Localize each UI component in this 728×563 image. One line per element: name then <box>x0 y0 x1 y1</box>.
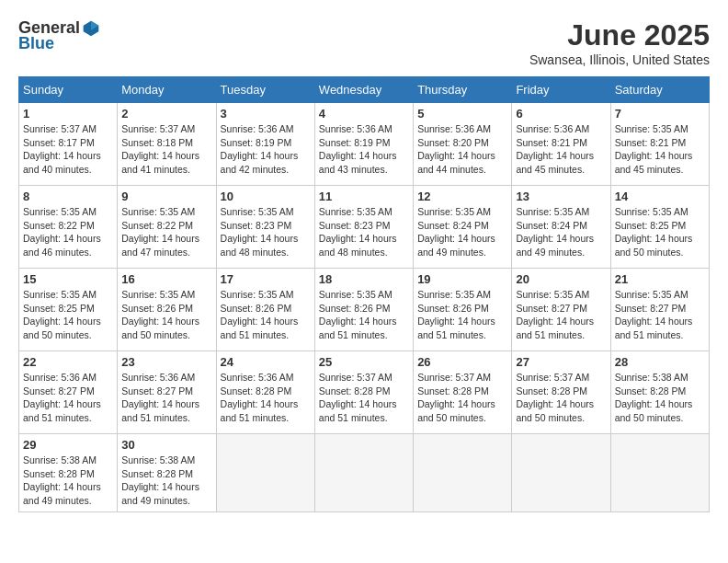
weekday-header-sunday: Sunday <box>19 77 118 103</box>
calendar-cell: 9 Sunrise: 5:35 AMSunset: 8:22 PMDayligh… <box>118 186 216 269</box>
calendar-cell: 11 Sunrise: 5:35 AMSunset: 8:23 PMDaylig… <box>314 186 413 269</box>
calendar-cell: 16 Sunrise: 5:35 AMSunset: 8:26 PMDaylig… <box>118 269 216 351</box>
day-number: 14 <box>615 190 705 203</box>
day-number: 30 <box>121 438 211 452</box>
calendar-cell: 24 Sunrise: 5:36 AMSunset: 8:28 PMDaylig… <box>216 351 314 434</box>
day-info: Sunrise: 5:36 AMSunset: 8:21 PMDaylight:… <box>516 123 594 175</box>
day-info: Sunrise: 5:36 AMSunset: 8:27 PMDaylight:… <box>23 372 101 423</box>
day-info: Sunrise: 5:37 AMSunset: 8:28 PMDaylight:… <box>516 372 594 423</box>
day-info: Sunrise: 5:35 AMSunset: 8:27 PMDaylight:… <box>615 289 693 340</box>
calendar-table: SundayMondayTuesdayWednesdayThursdayFrid… <box>18 76 710 512</box>
day-number: 1 <box>23 107 113 121</box>
day-info: Sunrise: 5:35 AMSunset: 8:26 PMDaylight:… <box>121 289 199 340</box>
day-number: 3 <box>221 107 311 121</box>
day-number: 29 <box>23 438 113 452</box>
calendar-cell: 28 Sunrise: 5:38 AMSunset: 8:28 PMDaylig… <box>610 351 709 434</box>
logo-icon <box>82 19 100 38</box>
day-info: Sunrise: 5:36 AMSunset: 8:19 PMDaylight:… <box>221 123 299 175</box>
calendar-cell <box>512 434 610 512</box>
calendar-cell: 12 Sunrise: 5:35 AMSunset: 8:24 PMDaylig… <box>414 186 512 269</box>
calendar-week-row: 22 Sunrise: 5:36 AMSunset: 8:27 PMDaylig… <box>19 351 710 434</box>
day-number: 28 <box>615 355 705 369</box>
calendar-cell: 15 Sunrise: 5:35 AMSunset: 8:25 PMDaylig… <box>19 269 118 351</box>
day-info: Sunrise: 5:35 AMSunset: 8:25 PMDaylight:… <box>23 289 101 340</box>
day-number: 12 <box>417 190 507 203</box>
calendar-cell: 22 Sunrise: 5:36 AMSunset: 8:27 PMDaylig… <box>19 351 118 434</box>
title-block: June 2025 Swansea, Illinois, United Stat… <box>529 18 710 67</box>
calendar-cell <box>610 434 709 512</box>
day-number: 7 <box>615 107 705 121</box>
day-info: Sunrise: 5:37 AMSunset: 8:28 PMDaylight:… <box>319 372 397 423</box>
calendar-cell: 19 Sunrise: 5:35 AMSunset: 8:26 PMDaylig… <box>414 269 512 351</box>
day-info: Sunrise: 5:38 AMSunset: 8:28 PMDaylight:… <box>23 454 101 506</box>
day-number: 6 <box>516 107 606 121</box>
weekday-header-row: SundayMondayTuesdayWednesdayThursdayFrid… <box>19 77 710 103</box>
calendar-cell: 14 Sunrise: 5:35 AMSunset: 8:25 PMDaylig… <box>610 186 709 269</box>
day-number: 16 <box>121 272 211 286</box>
day-number: 4 <box>319 107 409 121</box>
day-info: Sunrise: 5:35 AMSunset: 8:24 PMDaylight:… <box>417 206 495 258</box>
day-number: 5 <box>417 107 507 121</box>
weekday-header-saturday: Saturday <box>610 77 709 103</box>
calendar-cell: 25 Sunrise: 5:37 AMSunset: 8:28 PMDaylig… <box>314 351 413 434</box>
day-info: Sunrise: 5:38 AMSunset: 8:28 PMDaylight:… <box>121 454 199 506</box>
calendar-week-row: 15 Sunrise: 5:35 AMSunset: 8:25 PMDaylig… <box>19 269 710 351</box>
day-info: Sunrise: 5:35 AMSunset: 8:26 PMDaylight:… <box>319 289 397 340</box>
calendar-cell: 18 Sunrise: 5:35 AMSunset: 8:26 PMDaylig… <box>314 269 413 351</box>
calendar-cell: 3 Sunrise: 5:36 AMSunset: 8:19 PMDayligh… <box>216 103 314 186</box>
day-info: Sunrise: 5:36 AMSunset: 8:27 PMDaylight:… <box>121 372 199 423</box>
month-title: June 2025 <box>529 18 710 52</box>
calendar-cell: 8 Sunrise: 5:35 AMSunset: 8:22 PMDayligh… <box>19 186 118 269</box>
day-info: Sunrise: 5:35 AMSunset: 8:26 PMDaylight:… <box>221 289 299 340</box>
calendar-cell: 20 Sunrise: 5:35 AMSunset: 8:27 PMDaylig… <box>512 269 610 351</box>
weekday-header-friday: Friday <box>512 77 610 103</box>
calendar-cell: 27 Sunrise: 5:37 AMSunset: 8:28 PMDaylig… <box>512 351 610 434</box>
day-number: 19 <box>417 272 507 286</box>
logo-blue-text: Blue <box>18 34 54 53</box>
day-number: 18 <box>319 272 409 286</box>
day-number: 26 <box>417 355 507 369</box>
weekday-header-wednesday: Wednesday <box>314 77 413 103</box>
day-info: Sunrise: 5:35 AMSunset: 8:24 PMDaylight:… <box>516 206 594 258</box>
day-number: 20 <box>516 272 606 286</box>
calendar-cell: 30 Sunrise: 5:38 AMSunset: 8:28 PMDaylig… <box>118 434 216 512</box>
calendar-week-row: 8 Sunrise: 5:35 AMSunset: 8:22 PMDayligh… <box>19 186 710 269</box>
day-number: 21 <box>615 272 705 286</box>
day-number: 2 <box>121 107 211 121</box>
weekday-header-tuesday: Tuesday <box>216 77 314 103</box>
day-info: Sunrise: 5:37 AMSunset: 8:18 PMDaylight:… <box>121 123 199 175</box>
day-info: Sunrise: 5:38 AMSunset: 8:28 PMDaylight:… <box>615 372 693 423</box>
day-number: 11 <box>319 190 409 203</box>
day-info: Sunrise: 5:35 AMSunset: 8:26 PMDaylight:… <box>417 289 495 340</box>
calendar-cell: 5 Sunrise: 5:36 AMSunset: 8:20 PMDayligh… <box>414 103 512 186</box>
calendar-week-row: 1 Sunrise: 5:37 AMSunset: 8:17 PMDayligh… <box>19 103 710 186</box>
day-info: Sunrise: 5:36 AMSunset: 8:19 PMDaylight:… <box>319 123 397 175</box>
day-number: 22 <box>23 355 113 369</box>
calendar-cell: 21 Sunrise: 5:35 AMSunset: 8:27 PMDaylig… <box>610 269 709 351</box>
calendar-cell <box>216 434 314 512</box>
day-number: 10 <box>221 190 311 203</box>
day-number: 15 <box>23 272 113 286</box>
calendar-cell: 1 Sunrise: 5:37 AMSunset: 8:17 PMDayligh… <box>19 103 118 186</box>
weekday-header-monday: Monday <box>118 77 216 103</box>
day-info: Sunrise: 5:35 AMSunset: 8:25 PMDaylight:… <box>615 206 693 258</box>
day-info: Sunrise: 5:35 AMSunset: 8:22 PMDaylight:… <box>121 206 199 258</box>
calendar-cell: 23 Sunrise: 5:36 AMSunset: 8:27 PMDaylig… <box>118 351 216 434</box>
calendar-cell: 10 Sunrise: 5:35 AMSunset: 8:23 PMDaylig… <box>216 186 314 269</box>
location: Swansea, Illinois, United States <box>529 52 710 67</box>
day-info: Sunrise: 5:35 AMSunset: 8:21 PMDaylight:… <box>615 123 693 175</box>
day-number: 17 <box>221 272 311 286</box>
day-info: Sunrise: 5:35 AMSunset: 8:23 PMDaylight:… <box>319 206 397 258</box>
day-number: 9 <box>121 190 211 203</box>
day-number: 8 <box>23 190 113 203</box>
calendar-cell: 17 Sunrise: 5:35 AMSunset: 8:26 PMDaylig… <box>216 269 314 351</box>
calendar-cell <box>314 434 413 512</box>
calendar-cell: 4 Sunrise: 5:36 AMSunset: 8:19 PMDayligh… <box>314 103 413 186</box>
calendar-cell: 26 Sunrise: 5:37 AMSunset: 8:28 PMDaylig… <box>414 351 512 434</box>
day-number: 13 <box>516 190 606 203</box>
day-info: Sunrise: 5:37 AMSunset: 8:17 PMDaylight:… <box>23 123 101 175</box>
page-header: General Blue June 2025 Swansea, Illinois… <box>18 18 710 67</box>
day-number: 23 <box>121 355 211 369</box>
calendar-cell: 7 Sunrise: 5:35 AMSunset: 8:21 PMDayligh… <box>610 103 709 186</box>
day-number: 27 <box>516 355 606 369</box>
